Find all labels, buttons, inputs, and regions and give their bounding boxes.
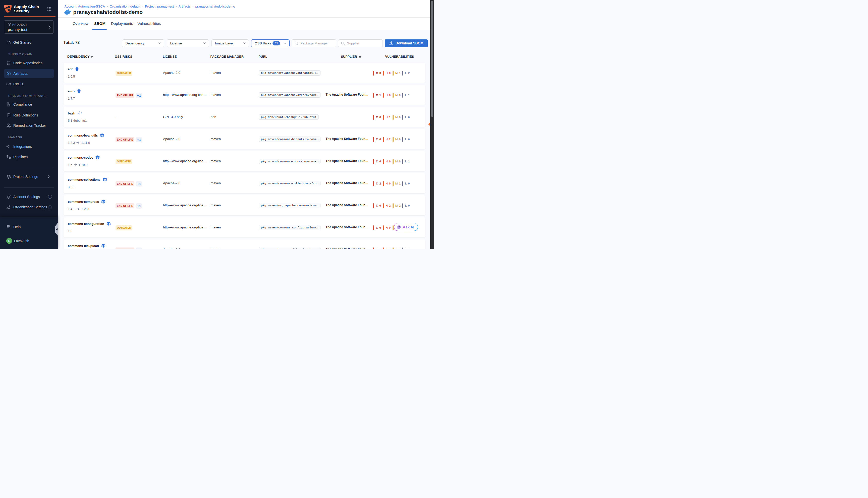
svg-text:?: ?	[8, 225, 9, 227]
